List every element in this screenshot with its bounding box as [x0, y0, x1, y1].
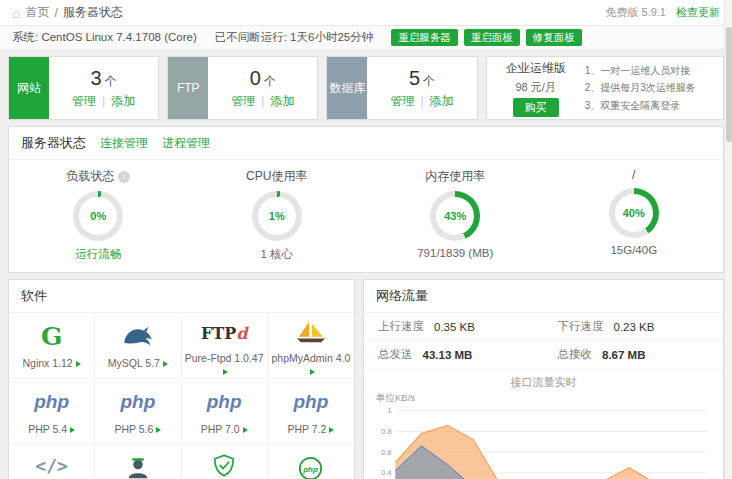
ftp-add-link[interactable]: 添加 [270, 94, 294, 108]
shield-icon [213, 453, 235, 478]
total-sent-value: 43.13 MB [423, 349, 473, 361]
update-arrow-icon [76, 361, 81, 367]
total-recv-label: 总接收 [558, 347, 593, 362]
cpu-donut: 1% [252, 191, 302, 241]
software-item-phpguard[interactable]: php PHP守护 1.0 [268, 445, 354, 479]
link-divider: | [261, 94, 264, 108]
software-item-label: MySQL 5.7 [108, 357, 160, 369]
website-add-link[interactable]: 添加 [111, 94, 135, 108]
disk-gauge-label: / [632, 168, 635, 182]
info-icon[interactable]: i [118, 171, 130, 183]
breadcrumb-home-link[interactable]: 首页 [25, 4, 49, 21]
software-item-pureftpd[interactable]: FTPd Pure-Ftpd 1.0.47 [182, 313, 268, 379]
php-icon: php [207, 391, 242, 413]
totals-row: 总发送 43.13 MB 总接收 8.67 MB [364, 341, 723, 369]
promo-title: 企业运维版 [506, 60, 566, 77]
repair-panel-button[interactable]: 修复面板 [526, 29, 582, 47]
software-item-security[interactable]: 宝塔安全登录 1.3 [182, 445, 268, 479]
buy-button[interactable]: 购买 [513, 98, 559, 117]
software-item-phpmyadmin[interactable]: phpMyAdmin 4.0 [268, 313, 354, 379]
down-speed-value: 0.23 KB [614, 321, 655, 333]
update-arrow-icon [223, 369, 228, 375]
database-manage-link[interactable]: 管理 [390, 94, 414, 108]
update-arrow-icon [310, 369, 315, 375]
chart-title: 接口流量实时 [372, 375, 715, 390]
version-label: 免费版 5.9.1 [605, 5, 666, 20]
cpu-gauge: CPU使用率 1% 1 核心 [188, 168, 367, 262]
scrollbar-track[interactable] [724, 0, 732, 479]
memory-gauge-label: 内存使用率 [425, 168, 485, 185]
total-sent-label: 总发送 [378, 347, 413, 362]
svg-text:1: 1 [387, 406, 391, 415]
check-update-link[interactable]: 检查更新 [676, 5, 720, 20]
update-arrow-icon [329, 427, 334, 433]
load-gauge-sub: 运行流畅 [75, 247, 121, 262]
software-item-php72[interactable]: php PHP 7.2 [268, 379, 354, 445]
ftp-tag: FTP [168, 57, 208, 119]
promo-feature: 3、双重安全隔离登录 [585, 97, 696, 115]
home-icon[interactable]: ⌂ [12, 6, 20, 20]
software-item-ops[interactable]: 宝塔运维 1.0 [95, 445, 181, 479]
php-icon: php [34, 391, 69, 413]
software-item-php70[interactable]: php PHP 7.0 [182, 379, 268, 445]
memory-gauge-value: 43% [430, 191, 480, 241]
website-tag: 网站 [9, 57, 49, 119]
software-item-label: PHP 7.0 [201, 423, 240, 435]
website-card: 网站 3个 管理|添加 [8, 56, 159, 120]
svg-text:php: php [303, 464, 319, 473]
server-status-title: 服务器状态 [21, 134, 86, 152]
disk-gauge-sub: 15G/40G [610, 244, 657, 256]
update-arrow-icon [243, 427, 248, 433]
breadcrumb: ⌂ 首页 / 服务器状态 [12, 4, 123, 21]
software-item-deploy[interactable]: </> 宝塔一键部署码 1.0 [9, 445, 95, 479]
database-tag: 数据库 [327, 57, 367, 119]
down-speed-label: 下行速度 [558, 319, 604, 334]
software-item-label: PHP 5.4 [28, 423, 67, 435]
software-item-mysql[interactable]: MySQL 5.7 [95, 313, 181, 379]
promo-feature: 2、提供每月3次运维服务 [585, 79, 696, 97]
breadcrumb-separator: / [54, 6, 57, 20]
load-gauge-value: 0% [73, 191, 123, 241]
software-item-php56[interactable]: php PHP 5.6 [95, 379, 181, 445]
topbar: ⌂ 首页 / 服务器状态 免费版 5.9.1 检查更新 [0, 0, 732, 26]
software-item-label: phpMyAdmin 4.0 [271, 352, 350, 364]
restart-panel-button[interactable]: 重启面板 [464, 29, 520, 47]
speed-row: 上行速度 0.35 KB 下行速度 0.23 KB [364, 313, 723, 341]
operator-icon [126, 455, 150, 479]
load-gauge-label: 负载状态 [66, 168, 114, 185]
software-panel: 软件 G Nginx 1.12 MySQL 5.7 FTPd Pure-Ftpd… [8, 279, 355, 479]
website-manage-link[interactable]: 管理 [72, 94, 96, 108]
software-item-nginx[interactable]: G Nginx 1.12 [9, 313, 95, 379]
disk-gauge: / 40% 15G/40G [545, 168, 724, 262]
load-donut: 0% [73, 191, 123, 241]
network-panel: 网络流量 上行速度 0.35 KB 下行速度 0.23 KB 总发送 43.13… [363, 279, 724, 479]
system-os-label: 系统: CentOS Linux 7.4.1708 (Core) [12, 30, 197, 45]
memory-gauge-sub: 791/1839 (MB) [417, 247, 493, 259]
traffic-chart: 00.20.40.60.8117:32:1117:32:2117:32:3117… [372, 405, 715, 479]
up-speed-label: 上行速度 [378, 319, 424, 334]
system-bar: 系统: CentOS Linux 7.4.1708 (Core) 已不间断运行:… [0, 26, 732, 50]
php-guard-icon: php [298, 456, 323, 479]
svg-text:0.6: 0.6 [381, 448, 391, 457]
software-item-label: PHP 7.2 [287, 423, 326, 435]
website-count: 3个 [91, 67, 117, 90]
update-arrow-icon [70, 427, 75, 433]
memory-gauge: 内存使用率 43% 791/1839 (MB) [366, 168, 545, 262]
cpu-gauge-sub: 1 核心 [260, 247, 293, 262]
software-item-label: Pure-Ftpd 1.0.47 [185, 352, 264, 364]
load-gauge: 负载状态i 0% 运行流畅 [9, 168, 188, 262]
code-icon: </> [35, 455, 68, 476]
software-item-php54[interactable]: php PHP 5.4 [9, 379, 95, 445]
svg-text:0.4: 0.4 [381, 468, 391, 477]
cpu-gauge-label: CPU使用率 [246, 168, 307, 185]
restart-server-button[interactable]: 重启服务器 [391, 29, 458, 47]
cpu-gauge-value: 1% [252, 191, 302, 241]
database-add-link[interactable]: 添加 [430, 94, 454, 108]
tab-connection-manage[interactable]: 连接管理 [100, 135, 148, 152]
tab-process-manage[interactable]: 进程管理 [162, 135, 210, 152]
software-item-label: PHP 5.6 [114, 423, 153, 435]
database-card: 数据库 5个 管理|添加 [326, 56, 477, 120]
scrollbar-thumb[interactable] [726, 27, 732, 142]
promo-features: 1、一对一运维人员对接 2、提供每月3次运维服务 3、双重安全隔离登录 [585, 62, 696, 115]
ftp-manage-link[interactable]: 管理 [231, 94, 255, 108]
